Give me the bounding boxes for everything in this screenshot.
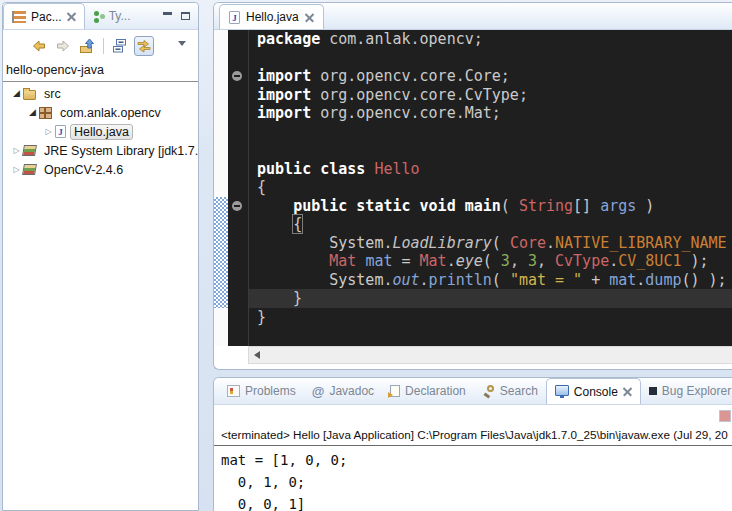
code-editor[interactable]: package com.anlak.opencv;import org.open… <box>214 30 732 346</box>
close-icon[interactable] <box>305 13 314 22</box>
editor-tab-bar: Hello.java <box>214 3 732 30</box>
tree-item-package[interactable]: ◢ com.anlak.opencv <box>3 103 198 122</box>
console-output[interactable]: mat = [1, 0, 0; 0, 1, 0; 0, 0, 1] <box>214 446 732 511</box>
tab-bug-explorer[interactable]: Bug Explorer <box>641 378 732 404</box>
tab-label: Javadoc <box>329 384 374 398</box>
back-arrow-icon[interactable] <box>29 36 49 56</box>
maximize-icon[interactable] <box>181 12 190 20</box>
tree-item-src[interactable]: ◢ src <box>3 84 198 103</box>
collapse-all-icon[interactable] <box>110 36 130 56</box>
tree-item-label: Hello.java <box>70 124 133 140</box>
fold-marker-icon[interactable] <box>232 71 242 81</box>
tab-label: Ty... <box>109 9 131 23</box>
library-icon <box>22 145 37 156</box>
eclipse-workbench: Pac... Ty... <box>0 0 732 511</box>
tab-console[interactable]: Console <box>546 378 641 404</box>
javadoc-icon <box>312 385 325 398</box>
up-folder-icon[interactable] <box>77 36 97 56</box>
tab-label: Declaration <box>405 384 466 398</box>
expand-arrow[interactable]: ◢ <box>10 84 23 103</box>
console-toolbar <box>214 405 732 427</box>
minimize-icon[interactable] <box>163 12 172 15</box>
java-file-icon <box>55 125 66 138</box>
tab-label: Bug Explorer <box>662 384 731 398</box>
toolbar-separator <box>103 38 104 54</box>
package-explorer-view: Pac... Ty... <box>2 2 199 511</box>
forward-arrow-icon[interactable] <box>53 36 73 56</box>
sidebar-tab-bar: Pac... Ty... <box>3 3 198 30</box>
tree-item-label: OpenCV-2.4.6 <box>40 162 127 178</box>
library-icon <box>22 164 37 175</box>
expand-arrow[interactable]: ▷ <box>42 122 55 141</box>
console-process-label: <terminated> Hello [Java Application] C:… <box>214 427 732 446</box>
package-icon <box>39 107 52 119</box>
tree-item-label: JRE System Library [jdk1.7.0 <box>40 143 198 159</box>
view-menu-icon[interactable] <box>178 41 186 50</box>
tab-label: Pac... <box>31 10 62 24</box>
package-explorer-icon <box>12 11 26 23</box>
code-lines[interactable]: package com.anlak.opencv;import org.open… <box>249 30 732 346</box>
editor-area: Hello.java package com.anlak.opencv;impo… <box>213 2 732 370</box>
tab-label: Console <box>574 385 618 399</box>
terminate-icon[interactable] <box>719 410 731 422</box>
close-icon[interactable] <box>67 12 76 21</box>
annotation-ruler[interactable] <box>214 30 228 346</box>
expand-arrow[interactable]: ▷ <box>10 141 23 160</box>
tree-item-label: com.anlak.opencv <box>56 105 165 121</box>
scroll-left-icon[interactable] <box>254 351 260 359</box>
editor-tab-label: Hello.java <box>246 10 299 24</box>
tab-label: Problems <box>245 384 296 398</box>
tab-package-explorer[interactable]: Pac... <box>3 3 85 29</box>
tab-hello-java[interactable]: Hello.java <box>219 4 324 29</box>
search-icon <box>482 385 495 398</box>
project-tree: ◢ src ◢ com.anlak.opencv ▷ Hello.java ▷ … <box>3 84 198 179</box>
expand-arrow[interactable]: ▷ <box>10 160 23 179</box>
type-hierarchy-icon <box>93 10 104 23</box>
tab-javadoc[interactable]: Javadoc <box>304 378 382 404</box>
tree-item-opencv-library[interactable]: ▷ OpenCV-2.4.6 <box>3 160 198 179</box>
tree-item-hello-java[interactable]: ▷ Hello.java <box>3 122 198 141</box>
problems-icon <box>227 385 240 397</box>
editor-footer <box>214 346 732 364</box>
fold-ruler[interactable] <box>228 30 249 346</box>
bug-explorer-icon <box>649 387 657 395</box>
bottom-tab-bar: Problems Javadoc Declaration Search Cons… <box>214 378 732 405</box>
tab-problems[interactable]: Problems <box>219 378 304 404</box>
tab-search[interactable]: Search <box>474 378 546 404</box>
link-with-editor-icon[interactable] <box>134 36 154 56</box>
tab-declaration[interactable]: Declaration <box>382 378 474 404</box>
console-icon <box>555 385 569 396</box>
java-file-icon <box>229 11 240 24</box>
expand-arrow[interactable]: ◢ <box>26 103 39 122</box>
tree-item-label: src <box>40 86 65 102</box>
tab-type-hierarchy[interactable]: Ty... <box>85 3 139 29</box>
range-indicator <box>214 197 228 308</box>
explorer-toolbar <box>3 30 198 58</box>
view-window-buttons <box>159 3 198 29</box>
tab-label: Search <box>500 384 538 398</box>
horizontal-scrollbar[interactable] <box>248 346 732 364</box>
declaration-icon <box>390 385 400 397</box>
tree-item-jre-library[interactable]: ▷ JRE System Library [jdk1.7.0 <box>3 141 198 160</box>
close-icon[interactable] <box>623 387 632 396</box>
fold-marker-icon[interactable] <box>232 201 242 211</box>
console-view: Problems Javadoc Declaration Search Cons… <box>213 377 732 511</box>
project-label[interactable]: hello-opencv-java <box>3 58 198 82</box>
source-folder-icon <box>23 90 36 100</box>
